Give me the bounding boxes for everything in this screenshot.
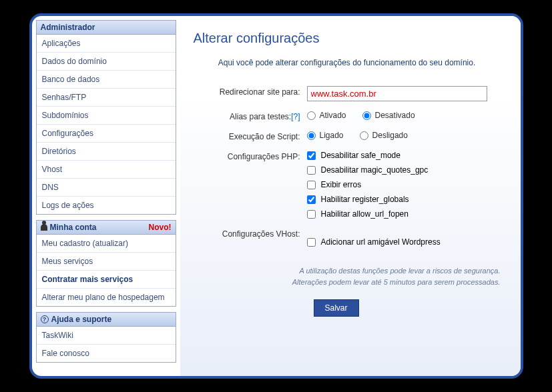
row-php: Configurações PHP: Desabilitar safe_mode… xyxy=(194,151,501,219)
save-button[interactable]: Salvar xyxy=(314,299,359,317)
label-php: Configurações PHP: xyxy=(194,151,307,161)
nav-meu-cadastro[interactable]: Meu cadastro (atualizar) xyxy=(37,235,176,253)
nav-aplicacoes[interactable]: Aplicações xyxy=(37,35,176,53)
nav-senhas-ftp[interactable]: Senhas/FTP xyxy=(37,89,176,107)
new-badge: Novo! xyxy=(149,223,172,232)
panel-header-help: ? Ajuda e suporte xyxy=(37,313,176,327)
radio-script-ligado-input[interactable] xyxy=(307,131,316,140)
label-script: Execução de Script: xyxy=(194,131,307,141)
check-safe-mode-label: Desabilitar safe_mode xyxy=(321,151,400,160)
radio-script-ligado[interactable]: Ligado xyxy=(307,131,344,140)
user-icon xyxy=(41,224,47,231)
panel-title: Ajuda e suporte xyxy=(51,315,112,324)
page-subtitle: Aqui você pode alterar configurações do … xyxy=(194,58,501,67)
warning-line2: Alterações podem levar até 5 minutos par… xyxy=(194,277,501,288)
nav-dados-dominio[interactable]: Dados do domínio xyxy=(37,53,176,71)
nav-alterar-plano[interactable]: Alterar meu plano de hospedagem xyxy=(37,289,176,306)
check-register-globals[interactable] xyxy=(307,195,316,204)
check-register-globals-label: Habilitar register_globals xyxy=(321,195,409,204)
radio-script-desligado[interactable]: Desligado xyxy=(360,131,408,140)
row-redirect: Redirecionar site para: xyxy=(194,86,501,101)
panel-header-admin: Administrador xyxy=(37,21,176,35)
nav-banco-dados[interactable]: Banco de dados xyxy=(37,71,176,89)
redirect-input[interactable] xyxy=(307,86,487,101)
row-alias: Alias para testes:[?] Ativado Desativado xyxy=(194,111,501,121)
radio-alias-ativado[interactable]: Ativado xyxy=(307,111,346,120)
nav-taskwiki[interactable]: TaskWiki xyxy=(37,327,176,345)
check-exibir-erros-label: Exibir erros xyxy=(321,180,362,189)
check-wordpress-url-label: Adicionar url amigável Wordpress xyxy=(321,237,441,247)
check-magic-quotes[interactable] xyxy=(307,166,316,175)
check-wordpress-url[interactable] xyxy=(307,238,316,247)
nav-meus-servicos[interactable]: Meus serviços xyxy=(37,253,176,271)
nav-fale-conosco[interactable]: Fale conosco xyxy=(37,345,176,362)
nav-logs[interactable]: Logs de ações xyxy=(37,197,176,214)
panel-header-account: Minha conta Novo! xyxy=(37,221,176,235)
panel-title: Minha conta xyxy=(50,223,97,232)
check-safe-mode[interactable] xyxy=(307,151,316,160)
radio-alias-ativado-input[interactable] xyxy=(307,111,316,120)
help-icon: ? xyxy=(41,315,49,323)
warning-text: A utilização destas funções pode levar a… xyxy=(194,265,501,287)
radio-script-desligado-input[interactable] xyxy=(360,131,368,140)
label-vhost: Configurações VHost: xyxy=(194,228,307,239)
app-window: Administrador Aplicações Dados do domíni… xyxy=(29,13,523,379)
main-content: Alterar configurações Aqui você pode alt… xyxy=(180,16,521,376)
nav-vhost[interactable]: Vhost xyxy=(37,161,176,179)
panel-help: ? Ajuda e suporte TaskWiki Fale conosco xyxy=(36,312,176,363)
nav-configuracoes[interactable]: Configurações xyxy=(37,125,176,143)
check-exibir-erros[interactable] xyxy=(307,181,316,189)
label-alias: Alias para testes:[?] xyxy=(194,111,307,121)
row-script: Execução de Script: Ligado Desligado xyxy=(194,131,501,141)
check-magic-quotes-label: Desabilitar magic_quotes_gpc xyxy=(321,165,429,175)
nav-contratar-servicos[interactable]: Contratar mais serviços xyxy=(37,271,176,289)
check-allow-url-fopen[interactable] xyxy=(307,210,316,219)
radio-alias-desativado-input[interactable] xyxy=(362,111,371,120)
radio-alias-desativado[interactable]: Desativado xyxy=(362,111,415,120)
nav-diretorios[interactable]: Diretórios xyxy=(37,143,176,161)
check-allow-url-fopen-label: Habilitar allow_url_fopen xyxy=(321,209,408,219)
sidebar: Administrador Aplicações Dados do domíni… xyxy=(32,16,180,376)
panel-account: Minha conta Novo! Meu cadastro (atualiza… xyxy=(36,220,176,307)
label-redirect: Redirecionar site para: xyxy=(194,86,307,97)
panel-title: Administrador xyxy=(41,23,95,32)
warning-line1: A utilização destas funções pode levar a… xyxy=(194,265,501,277)
page-title: Alterar configurações xyxy=(194,31,501,46)
alias-help-link[interactable]: [?] xyxy=(291,112,300,121)
label-alias-text: Alias para testes: xyxy=(230,112,291,121)
nav-subdominios[interactable]: Subdomínios xyxy=(37,107,176,125)
row-vhost: Configurações VHost: Adicionar url amigá… xyxy=(194,228,501,247)
panel-admin: Administrador Aplicações Dados do domíni… xyxy=(36,20,176,215)
nav-dns[interactable]: DNS xyxy=(37,179,176,197)
